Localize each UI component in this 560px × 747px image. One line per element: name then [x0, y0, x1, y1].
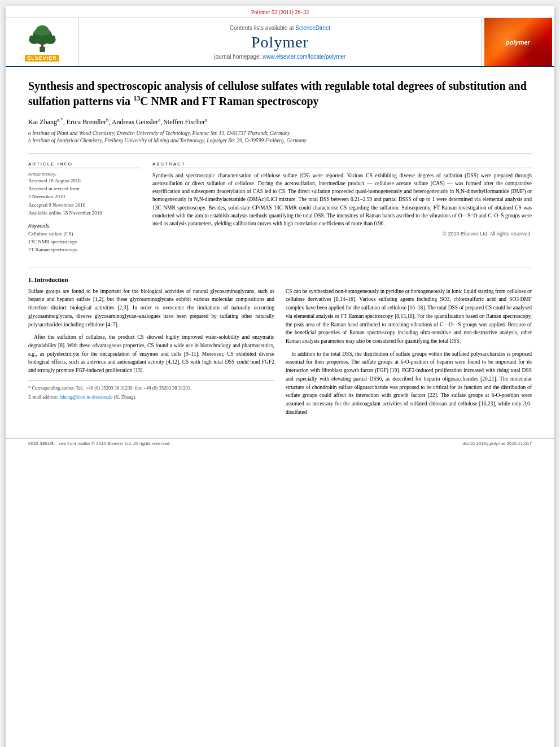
journal-homepage: journal homepage: www.elsevier.com/locat…: [215, 54, 346, 60]
issn-info: 0032-3861/$ – see front matter © 2010 El…: [28, 441, 170, 446]
divider-1: [28, 153, 532, 154]
article-info-label: ARTICLE INFO: [28, 161, 141, 168]
author2: , Erica Brendler: [63, 118, 106, 126]
received-revised-date: 3 November 2010: [28, 193, 141, 200]
keywords-list: Cellulose sulfate (CS) 13C NMR spectrosc…: [28, 230, 141, 254]
keyword-2: 13C NMR spectroscopy: [28, 238, 141, 246]
email-author: (K. Zhang).: [114, 394, 137, 400]
article-history-block: Article history: Received 18 August 2010…: [28, 172, 141, 217]
title-text-part2: C NMR and FT Raman spectroscopy: [140, 95, 319, 107]
keywords-block: Keywords: Cellulose sulfate (CS) 13C NMR…: [28, 223, 141, 254]
sciencedirect-line: Contents lists available at ScienceDirec…: [230, 25, 330, 31]
email-address[interactable]: lzhang@forst.tu-dresden.de: [59, 394, 112, 400]
article-title: Synthesis and spectroscopic analysis of …: [28, 78, 532, 109]
divider-2: [28, 268, 532, 268]
footnote-star: * Corresponding author. Tel.: +49 (0) 35…: [28, 385, 274, 392]
intro-para-4: In addition to the total DSS, the distri…: [286, 350, 532, 417]
banner: ELSEVIER Contents lists available at Sci…: [6, 18, 554, 67]
polymer-cover-text: polymer: [506, 39, 530, 46]
svg-point-9: [45, 29, 50, 34]
abstract-body: Synthesis and spectroscopic characterisa…: [152, 173, 532, 227]
keyword-3: FT Raman spectroscopy: [28, 246, 141, 254]
contents-available-text: Contents lists available at: [230, 25, 294, 31]
received-revised-label: Received in revised form: [28, 185, 141, 193]
footnotes: * Corresponding author. Tel.: +49 (0) 35…: [28, 381, 274, 401]
received: Received 18 August 2010: [28, 177, 141, 185]
intro-para-3: CS can be synthesized non-homogeneously …: [286, 287, 532, 346]
body-col-left: Sulfate groups are found to be important…: [28, 287, 274, 421]
available-online: Available online 18 November 2010: [28, 209, 141, 217]
info-abstract-section: ARTICLE INFO Article history: Received 1…: [28, 161, 532, 260]
author3: , Andreas Geissler: [109, 118, 159, 126]
journal-name: Polymer: [251, 33, 309, 51]
journal-citation: Polymer 52 (2011) 26–32: [251, 9, 309, 15]
polymer-cover-image: polymer: [484, 18, 552, 66]
sciencedirect-link[interactable]: ScienceDirect: [295, 25, 330, 31]
keyword-1: Cellulose sulfate (CS): [28, 230, 141, 238]
copyright-line: © 2010 Elsevier Ltd. All rights reserved…: [152, 231, 532, 237]
article-content: Synthesis and spectroscopic analysis of …: [6, 67, 554, 433]
doi-info: doi:10.1016/j.polymer.2010.11.017: [462, 441, 532, 446]
journal-header: Polymer 52 (2011) 26–32: [6, 6, 554, 18]
elsevier-label: ELSEVIER: [25, 55, 59, 62]
homepage-link[interactable]: www.elsevier.com/locate/polymer: [262, 54, 345, 60]
section1-heading: 1. Introduction: [28, 276, 532, 283]
body-two-col: Sulfate groups are found to be important…: [28, 287, 532, 421]
authors-line: Kai Zhanga,*, Erica Brendlerb, Andreas G…: [28, 117, 532, 126]
page: Polymer 52 (2011) 26–32: [6, 6, 554, 747]
elsevier-tree-icon: [23, 23, 62, 54]
history-label: Article history:: [28, 172, 141, 177]
affiliations: a Institute of Plant and Wood Chemistry,…: [28, 130, 532, 145]
svg-point-6: [29, 36, 34, 40]
author4: , Steffen Fischer: [160, 118, 205, 126]
polymer-cover: polymer: [481, 18, 554, 66]
affiliation-a: a Institute of Plant and Wood Chemistry,…: [28, 130, 532, 137]
abstract-text: Synthesis and spectroscopic characterisa…: [152, 172, 532, 228]
svg-point-8: [34, 29, 39, 34]
intro-para-2: After the sulfation of cellulose, the pr…: [28, 333, 274, 375]
affiliation-b: b Institute of Analytical Chemistry, Fre…: [28, 137, 532, 145]
abstract-label: ABSTRACT: [152, 161, 532, 168]
keywords-label: Keywords:: [28, 223, 141, 229]
article-info-col: ARTICLE INFO Article history: Received 1…: [28, 161, 141, 260]
footnote-email: E-mail address: lzhang@forst.tu-dresden.…: [28, 394, 274, 401]
author1-name: Kai Zhang: [28, 118, 57, 126]
title-sup: 13: [133, 94, 140, 102]
elsevier-logo-area: ELSEVIER: [6, 18, 79, 66]
abstract-col: ABSTRACT Synthesis and spectroscopic cha…: [152, 161, 532, 260]
author4-affil: a: [205, 117, 207, 123]
body-col-right: CS can be synthesized non-homogeneously …: [286, 287, 532, 421]
email-label: E-mail address:: [28, 394, 58, 400]
elsevier-logo: ELSEVIER: [23, 23, 62, 62]
bottom-bar: 0032-3861/$ – see front matter © 2010 El…: [6, 438, 554, 448]
banner-center: Contents lists available at ScienceDirec…: [79, 18, 481, 66]
accepted: Accepted 9 November 2010: [28, 201, 141, 209]
received-date: Received 18 August 2010 Received in revi…: [28, 177, 141, 217]
svg-point-7: [51, 36, 55, 40]
section1-number: 1. Introduction: [28, 276, 68, 283]
intro-para-1: Sulfate groups are found to be important…: [28, 287, 274, 329]
